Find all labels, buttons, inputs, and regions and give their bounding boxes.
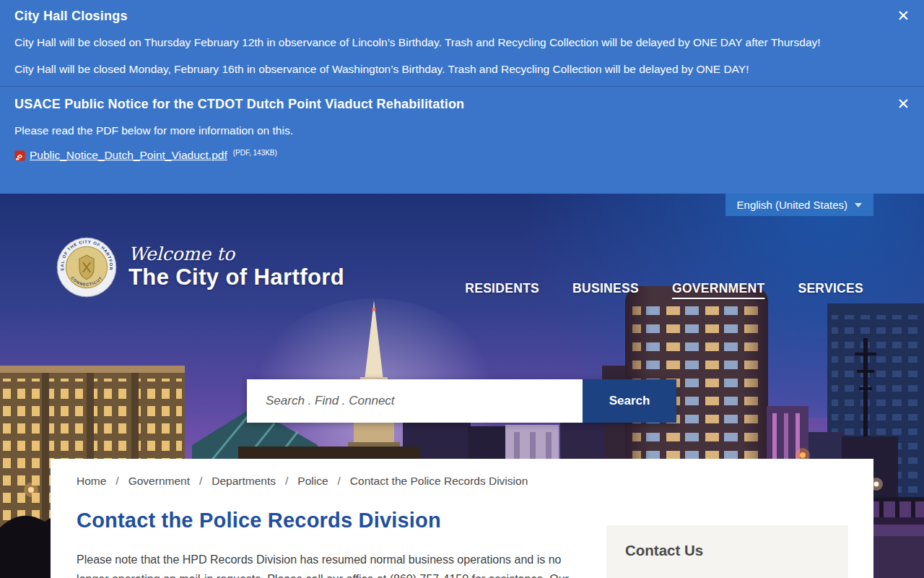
- notice-title: City Hall Closings: [14, 9, 873, 24]
- main-navigation: RESIDENTS BUSINESS GOVERNMENT SERVICES: [465, 281, 863, 296]
- notice-paragraph: City Hall will be closed Monday, Februar…: [14, 61, 873, 77]
- breadcrumb-police[interactable]: Police: [297, 475, 328, 488]
- site-search: Search: [247, 379, 676, 423]
- nav-business[interactable]: BUSINESS: [572, 281, 639, 296]
- breadcrumb-departments[interactable]: Departments: [212, 475, 276, 488]
- alert-banner: City Hall Closings ✕ City Hall will be c…: [0, 0, 924, 194]
- breadcrumb: Home / Government / Departments / Police…: [77, 475, 847, 488]
- notice-city-hall-closings: City Hall Closings ✕ City Hall will be c…: [0, 0, 924, 77]
- breadcrumb-home[interactable]: Home: [77, 475, 106, 488]
- breadcrumb-separator: /: [338, 475, 341, 488]
- content-card: Home / Government / Departments / Police…: [51, 459, 873, 578]
- breadcrumb-separator: /: [116, 475, 118, 488]
- contact-us-panel: Contact Us: [606, 525, 848, 578]
- search-button[interactable]: Search: [583, 379, 676, 423]
- close-icon[interactable]: ✕: [897, 9, 910, 24]
- breadcrumb-government[interactable]: Government: [128, 475, 190, 488]
- chevron-down-icon: [855, 203, 862, 207]
- notice-title: USACE Public Notice for the CTDOT Dutch …: [14, 97, 873, 112]
- site-logo[interactable]: SEAL OF THE CITY OF HARTFORD · CONNECTIC…: [56, 237, 344, 298]
- notice-paragraph: City Hall will be closed on Thursday Feb…: [14, 35, 873, 51]
- language-selector[interactable]: English (United States): [725, 194, 873, 216]
- notice-paragraph: Please read the PDF below for more infor…: [14, 123, 873, 139]
- search-input[interactable]: [247, 379, 583, 423]
- breadcrumb-separator: /: [285, 475, 288, 488]
- pdf-icon: [14, 150, 25, 161]
- site-title: The City of Hartford: [128, 264, 344, 290]
- nav-residents[interactable]: RESIDENTS: [465, 281, 539, 296]
- notice-usace-public-notice: USACE Public Notice for the CTDOT Dutch …: [0, 86, 924, 162]
- pdf-link-meta: (PDF, 143KB): [233, 149, 277, 157]
- breadcrumb-separator: /: [199, 475, 202, 488]
- contact-us-heading: Contact Us: [625, 542, 829, 559]
- nav-government[interactable]: GOVERNMENT: [672, 281, 764, 296]
- nav-services[interactable]: SERVICES: [798, 281, 863, 296]
- page-title: Contact the Police Records Division: [77, 506, 582, 534]
- welcome-tagline: Welcome to: [128, 244, 344, 264]
- page-body-text: Please note that the HPD Records Divisio…: [77, 550, 582, 578]
- close-icon[interactable]: ✕: [897, 97, 910, 112]
- language-selected-label: English (United States): [737, 199, 847, 211]
- breadcrumb-current: Contact the Police Records Division: [350, 475, 528, 488]
- city-seal-icon: SEAL OF THE CITY OF HARTFORD · CONNECTIC…: [56, 237, 117, 298]
- pdf-link[interactable]: Public_Notice_Dutch_Point_Viaduct.pdf: [30, 149, 227, 162]
